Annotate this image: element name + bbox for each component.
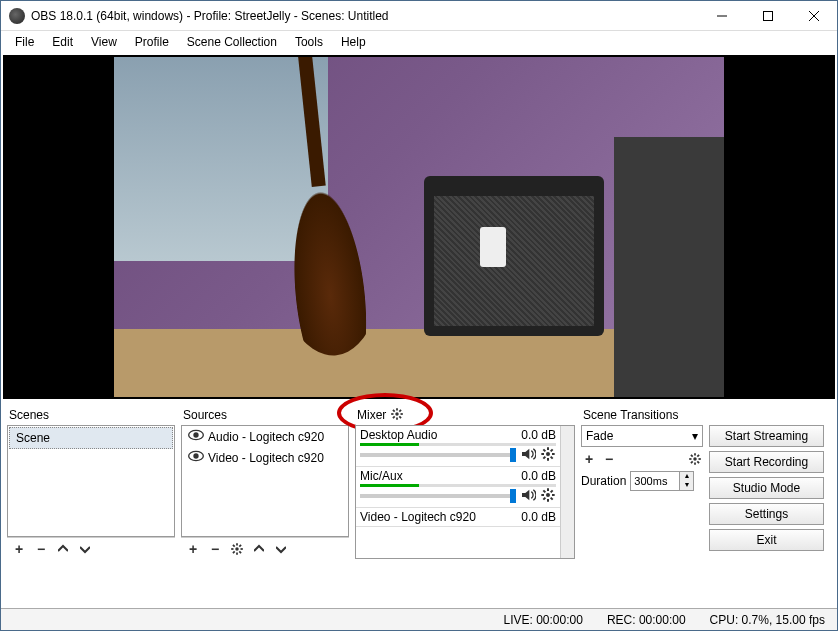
svg-line-44 (543, 497, 545, 499)
minimize-button[interactable] (699, 1, 745, 31)
status-rec: REC: 00:00:00 (607, 613, 686, 627)
mixer-row: Desktop Audio0.0 dB (356, 426, 560, 467)
sources-toolbar: + − (181, 537, 349, 559)
svg-point-46 (693, 457, 697, 461)
close-button[interactable] (791, 1, 837, 31)
source-properties-button[interactable] (229, 541, 245, 557)
add-source-button[interactable]: + (185, 541, 201, 557)
svg-line-25 (400, 409, 402, 411)
spin-down-button[interactable]: ▼ (679, 481, 693, 490)
menu-view[interactable]: View (83, 33, 125, 51)
remove-scene-button[interactable]: − (33, 541, 49, 557)
duration-label: Duration (581, 474, 626, 488)
mixer-row: Video - Logitech c9200.0 dB (356, 508, 560, 527)
svg-line-14 (239, 551, 241, 553)
menu-scene-collection[interactable]: Scene Collection (179, 33, 285, 51)
svg-line-24 (393, 416, 395, 418)
menu-help[interactable]: Help (333, 33, 374, 51)
svg-point-7 (193, 453, 198, 458)
svg-point-17 (396, 412, 400, 416)
source-item[interactable]: Audio - Logitech c920 (182, 426, 348, 447)
svg-rect-1 (764, 11, 773, 20)
mixer-scrollbar[interactable] (560, 426, 574, 558)
chevron-down-icon: ▾ (692, 429, 698, 443)
mixer-panel: Mixer Desktop Audio0.0 dB Mic/Aux0.0 dB (355, 405, 575, 559)
scene-item[interactable]: Scene (9, 427, 173, 449)
svg-point-27 (546, 452, 550, 456)
settings-button[interactable]: Settings (709, 503, 824, 525)
mixer-db: 0.0 dB (521, 510, 556, 524)
svg-point-37 (546, 493, 550, 497)
titlebar: OBS 18.0.1 (64bit, windows) - Profile: S… (1, 1, 837, 31)
svg-line-15 (233, 551, 235, 553)
gear-icon[interactable] (540, 487, 556, 506)
volume-slider[interactable] (360, 453, 516, 457)
svg-line-51 (691, 455, 693, 457)
sources-panel: Sources Audio - Logitech c920 Video - Lo… (181, 405, 349, 559)
statusbar: LIVE: 00:00:00 REC: 00:00:00 CPU: 0.7%, … (1, 608, 837, 630)
svg-line-53 (691, 461, 693, 463)
mixer-source-name: Video - Logitech c920 (360, 510, 476, 524)
svg-line-45 (551, 490, 553, 492)
preview-area[interactable] (3, 55, 835, 399)
svg-line-32 (543, 449, 545, 451)
mixer-list: Desktop Audio0.0 dB Mic/Aux0.0 dB (355, 425, 575, 559)
transition-select[interactable]: Fade ▾ (581, 425, 703, 447)
svg-line-43 (551, 497, 553, 499)
exit-button[interactable]: Exit (709, 529, 824, 551)
mixer-row: Mic/Aux0.0 dB (356, 467, 560, 508)
eye-icon[interactable] (188, 429, 204, 444)
source-label: Audio - Logitech c920 (208, 430, 324, 444)
speaker-icon[interactable] (520, 446, 536, 465)
volume-slider[interactable] (360, 494, 516, 498)
duration-input[interactable] (631, 472, 679, 490)
svg-line-23 (400, 416, 402, 418)
menu-profile[interactable]: Profile (127, 33, 177, 51)
svg-marker-26 (522, 448, 529, 459)
sources-list[interactable]: Audio - Logitech c920 Video - Logitech c… (181, 425, 349, 537)
preview-video (114, 57, 724, 397)
gear-icon[interactable] (540, 446, 556, 465)
menu-edit[interactable]: Edit (44, 33, 81, 51)
menu-file[interactable]: File (7, 33, 42, 51)
svg-marker-36 (522, 489, 529, 500)
svg-line-52 (697, 461, 699, 463)
remove-source-button[interactable]: − (207, 541, 223, 557)
transition-properties-button[interactable] (687, 451, 703, 467)
svg-point-5 (193, 432, 198, 437)
menu-tools[interactable]: Tools (287, 33, 331, 51)
speaker-icon[interactable] (520, 487, 536, 506)
add-scene-button[interactable]: + (11, 541, 27, 557)
duration-spinbox[interactable]: ▲▼ (630, 471, 694, 491)
scenes-header: Scenes (7, 405, 175, 425)
eye-icon[interactable] (188, 450, 204, 465)
svg-line-54 (697, 455, 699, 457)
svg-line-34 (543, 456, 545, 458)
svg-line-35 (551, 449, 553, 451)
add-transition-button[interactable]: + (581, 451, 597, 467)
studio-mode-button[interactable]: Studio Mode (709, 477, 824, 499)
maximize-button[interactable] (745, 1, 791, 31)
mixer-db: 0.0 dB (521, 469, 556, 483)
source-down-button[interactable] (273, 541, 289, 557)
mixer-header: Mixer (355, 405, 575, 425)
source-item[interactable]: Video - Logitech c920 (182, 447, 348, 468)
mixer-title: Mixer (357, 408, 386, 422)
scenes-list[interactable]: Scene (7, 425, 175, 537)
svg-line-16 (239, 544, 241, 546)
mixer-source-name: Mic/Aux (360, 469, 403, 483)
start-recording-button[interactable]: Start Recording (709, 451, 824, 473)
transition-selected: Fade (586, 429, 613, 443)
start-streaming-button[interactable]: Start Streaming (709, 425, 824, 447)
controls-panel: Start Streaming Start Recording Studio M… (709, 405, 824, 559)
spin-up-button[interactable]: ▲ (679, 472, 693, 481)
source-up-button[interactable] (251, 541, 267, 557)
remove-transition-button[interactable]: − (601, 451, 617, 467)
scene-down-button[interactable] (77, 541, 93, 557)
scene-up-button[interactable] (55, 541, 71, 557)
source-label: Video - Logitech c920 (208, 451, 324, 465)
mixer-settings-button[interactable] (390, 407, 404, 424)
scenes-toolbar: + − (7, 537, 175, 559)
status-cpu: CPU: 0.7%, 15.00 fps (710, 613, 825, 627)
app-logo-icon (9, 8, 25, 24)
